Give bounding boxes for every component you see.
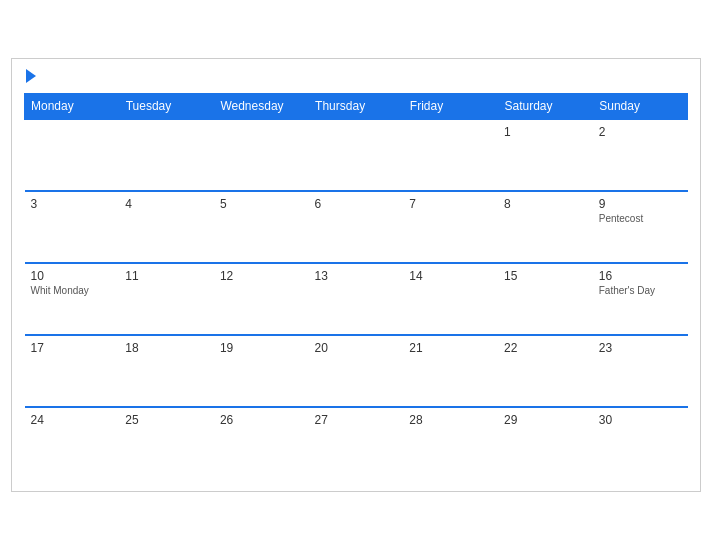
day-number: 9 — [599, 197, 682, 211]
day-number: 17 — [31, 341, 114, 355]
day-number: 19 — [220, 341, 303, 355]
calendar-cell: 18 — [119, 335, 214, 407]
calendar-cell — [214, 119, 309, 191]
weekday-header-tuesday: Tuesday — [119, 94, 214, 120]
calendar-cell: 14 — [403, 263, 498, 335]
weekday-header-thursday: Thursday — [309, 94, 404, 120]
calendar-cell: 22 — [498, 335, 593, 407]
calendar-cell — [119, 119, 214, 191]
calendar-cell: 27 — [309, 407, 404, 479]
day-number: 7 — [409, 197, 492, 211]
calendar-body: 123456789Pentecost10Whit Monday111213141… — [25, 119, 688, 479]
calendar-cell: 7 — [403, 191, 498, 263]
calendar-cell: 15 — [498, 263, 593, 335]
week-row-3: 10Whit Monday111213141516Father's Day — [25, 263, 688, 335]
day-number: 26 — [220, 413, 303, 427]
weekday-header-saturday: Saturday — [498, 94, 593, 120]
day-number: 10 — [31, 269, 114, 283]
day-number: 12 — [220, 269, 303, 283]
calendar-cell: 26 — [214, 407, 309, 479]
day-number: 20 — [315, 341, 398, 355]
calendar-cell: 25 — [119, 407, 214, 479]
day-number: 13 — [315, 269, 398, 283]
day-number: 14 — [409, 269, 492, 283]
day-number: 8 — [504, 197, 587, 211]
calendar-table: MondayTuesdayWednesdayThursdayFridaySatu… — [24, 93, 688, 479]
week-row-4: 17181920212223 — [25, 335, 688, 407]
calendar-cell — [25, 119, 120, 191]
day-number: 18 — [125, 341, 208, 355]
calendar-cell: 17 — [25, 335, 120, 407]
day-number: 2 — [599, 125, 682, 139]
day-number: 5 — [220, 197, 303, 211]
calendar-cell: 11 — [119, 263, 214, 335]
calendar-cell: 30 — [593, 407, 688, 479]
day-number: 4 — [125, 197, 208, 211]
calendar-cell — [309, 119, 404, 191]
calendar-cell: 4 — [119, 191, 214, 263]
day-number: 28 — [409, 413, 492, 427]
weekday-header-wednesday: Wednesday — [214, 94, 309, 120]
day-event: Whit Monday — [31, 285, 114, 296]
day-number: 16 — [599, 269, 682, 283]
day-number: 29 — [504, 413, 587, 427]
calendar-cell: 21 — [403, 335, 498, 407]
calendar-cell: 13 — [309, 263, 404, 335]
calendar-cell — [403, 119, 498, 191]
calendar: MondayTuesdayWednesdayThursdayFridaySatu… — [11, 58, 701, 492]
calendar-cell: 12 — [214, 263, 309, 335]
day-number: 22 — [504, 341, 587, 355]
calendar-cell: 19 — [214, 335, 309, 407]
week-row-2: 3456789Pentecost — [25, 191, 688, 263]
week-row-1: 12 — [25, 119, 688, 191]
calendar-header — [24, 69, 688, 83]
day-number: 24 — [31, 413, 114, 427]
day-number: 21 — [409, 341, 492, 355]
weekday-header-sunday: Sunday — [593, 94, 688, 120]
day-number: 11 — [125, 269, 208, 283]
calendar-cell: 3 — [25, 191, 120, 263]
day-event: Pentecost — [599, 213, 682, 224]
day-number: 3 — [31, 197, 114, 211]
calendar-thead: MondayTuesdayWednesdayThursdayFridaySatu… — [25, 94, 688, 120]
calendar-cell: 16Father's Day — [593, 263, 688, 335]
calendar-cell: 23 — [593, 335, 688, 407]
day-number: 27 — [315, 413, 398, 427]
day-number: 1 — [504, 125, 587, 139]
calendar-cell: 2 — [593, 119, 688, 191]
weekday-header-monday: Monday — [25, 94, 120, 120]
calendar-cell: 24 — [25, 407, 120, 479]
weekday-header-friday: Friday — [403, 94, 498, 120]
calendar-cell: 29 — [498, 407, 593, 479]
day-number: 23 — [599, 341, 682, 355]
calendar-cell: 6 — [309, 191, 404, 263]
calendar-cell: 28 — [403, 407, 498, 479]
calendar-cell: 10Whit Monday — [25, 263, 120, 335]
calendar-cell: 1 — [498, 119, 593, 191]
calendar-cell: 9Pentecost — [593, 191, 688, 263]
logo-flag-icon — [26, 69, 36, 83]
day-number: 15 — [504, 269, 587, 283]
day-event: Father's Day — [599, 285, 682, 296]
calendar-cell: 20 — [309, 335, 404, 407]
calendar-cell: 8 — [498, 191, 593, 263]
day-number: 25 — [125, 413, 208, 427]
week-row-5: 24252627282930 — [25, 407, 688, 479]
day-number: 30 — [599, 413, 682, 427]
day-number: 6 — [315, 197, 398, 211]
calendar-cell: 5 — [214, 191, 309, 263]
weekday-header-row: MondayTuesdayWednesdayThursdayFridaySatu… — [25, 94, 688, 120]
logo — [24, 69, 38, 83]
